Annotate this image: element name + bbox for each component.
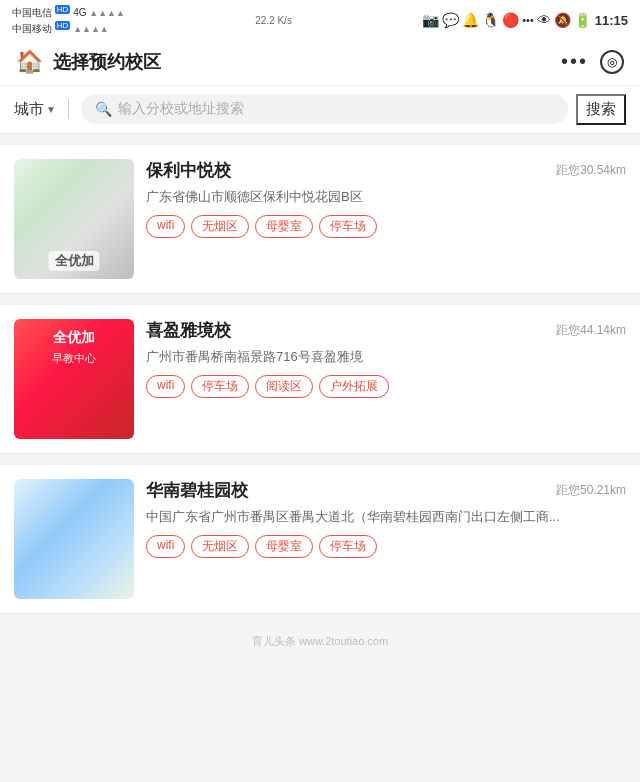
carrier1-tag: HD: [55, 5, 71, 14]
school-distance: 距您44.14km: [556, 322, 626, 339]
school-name-row: 喜盈雅境校 距您44.14km: [146, 319, 626, 342]
search-bar: 城市 ▼ 🔍 输入分校或地址搜索 搜索: [0, 86, 640, 134]
school-info: 保利中悦校 距您30.54km 广东省佛山市顺德区保利中悦花园B区 wifi 无…: [146, 159, 626, 279]
school-tags: wifi 停车场 阅读区 户外拓展: [146, 375, 626, 398]
header-actions: ••• ◎: [561, 50, 624, 74]
school-image: [14, 319, 134, 439]
school-image: [14, 159, 134, 279]
alarm-icon: 🔕: [554, 12, 571, 28]
school-tags: wifi 无烟区 母婴室 停车场: [146, 535, 626, 558]
tag-parking: 停车场: [319, 535, 377, 558]
tag-wifi: wifi: [146, 535, 185, 558]
network-signal: ▲▲▲▲: [89, 8, 125, 18]
icons-row: 📷 💬 🔔 🐧 🔴 ••• 👁 🔕 🔋: [422, 12, 591, 28]
clock: 11:15: [595, 13, 628, 28]
city-selector[interactable]: 城市 ▼: [14, 100, 56, 119]
tag-parking: 停车场: [191, 375, 249, 398]
search-placeholder: 输入分校或地址搜索: [118, 100, 244, 118]
footer-brand: 育儿头条 www.2toutiao.com: [0, 624, 640, 659]
carrier1: 中国电信 HD 4G ▲▲▲▲: [12, 4, 125, 20]
tag-parking: 停车场: [319, 215, 377, 238]
school-address: 广东省佛山市顺德区保利中悦花园B区: [146, 187, 626, 207]
school-name: 保利中悦校: [146, 159, 231, 182]
scan-button[interactable]: ◎: [600, 50, 624, 74]
tag-babyroom: 母婴室: [255, 215, 313, 238]
eye-icon: 👁: [537, 12, 551, 28]
tag-wifi: wifi: [146, 375, 185, 398]
status-right: 📷 💬 🔔 🐧 🔴 ••• 👁 🔕 🔋 11:15: [422, 12, 628, 28]
school-name-row: 保利中悦校 距您30.54km: [146, 159, 626, 182]
school-address: 广州市番禺桥南福景路716号喜盈雅境: [146, 347, 626, 367]
page-title: 选择预约校区: [53, 50, 551, 74]
app-icon1: 📷: [422, 12, 439, 28]
school-name: 喜盈雅境校: [146, 319, 231, 342]
tag-reading: 阅读区: [255, 375, 313, 398]
tag-nosmoking: 无烟区: [191, 535, 249, 558]
city-arrow-icon: ▼: [46, 104, 56, 115]
school-list: 保利中悦校 距您30.54km 广东省佛山市顺德区保利中悦花园B区 wifi 无…: [0, 134, 640, 624]
more-icon: •••: [522, 14, 534, 26]
scan-icon: ◎: [607, 55, 617, 69]
app-icon4: 🔴: [502, 12, 519, 28]
search-button[interactable]: 搜索: [576, 94, 626, 125]
status-bar: 中国电信 HD 4G ▲▲▲▲ 中国移动 HD ▲▲▲▲ 22.2 K/s 📷 …: [0, 0, 640, 39]
school-distance: 距您30.54km: [556, 162, 626, 179]
school-address: 中国广东省广州市番禺区番禺大道北（华南碧桂园西南门出口左侧工商...: [146, 507, 626, 527]
school-tags: wifi 无烟区 母婴室 停车场: [146, 215, 626, 238]
school-info: 喜盈雅境校 距您44.14km 广州市番禺桥南福景路716号喜盈雅境 wifi …: [146, 319, 626, 439]
carrier2-tag: HD: [55, 21, 71, 30]
carrier2: 中国移动 HD ▲▲▲▲: [12, 20, 125, 36]
app-icon2: 💬: [442, 12, 459, 28]
tag-nosmoking: 无烟区: [191, 215, 249, 238]
city-label: 城市: [14, 100, 44, 119]
header: 🏠 选择预约校区 ••• ◎: [0, 39, 640, 86]
carrier-info: 中国电信 HD 4G ▲▲▲▲ 中国移动 HD ▲▲▲▲: [12, 4, 125, 37]
network-speed: 22.2 K/s: [255, 15, 292, 26]
more-options-button[interactable]: •••: [561, 50, 588, 73]
tag-wifi: wifi: [146, 215, 185, 238]
search-input-container[interactable]: 🔍 输入分校或地址搜索: [81, 94, 568, 124]
school-name: 华南碧桂园校: [146, 479, 248, 502]
home-icon[interactable]: 🏠: [16, 49, 43, 75]
divider: [68, 99, 69, 119]
tag-outdoor: 户外拓展: [319, 375, 389, 398]
tag-babyroom: 母婴室: [255, 535, 313, 558]
school-info: 华南碧桂园校 距您50.21km 中国广东省广州市番禺区番禺大道北（华南碧桂园西…: [146, 479, 626, 599]
school-card[interactable]: 保利中悦校 距您30.54km 广东省佛山市顺德区保利中悦花园B区 wifi 无…: [0, 144, 640, 294]
search-icon: 🔍: [95, 101, 112, 117]
app-icon3: 🐧: [482, 12, 499, 28]
school-distance: 距您50.21km: [556, 482, 626, 499]
school-image: [14, 479, 134, 599]
network-signal2: ▲▲▲▲: [73, 25, 109, 35]
bell-icon: 🔔: [462, 12, 479, 28]
school-card[interactable]: 喜盈雅境校 距您44.14km 广州市番禺桥南福景路716号喜盈雅境 wifi …: [0, 304, 640, 454]
network-type: 4G: [73, 7, 86, 18]
battery-icon: 🔋: [574, 12, 591, 28]
school-name-row: 华南碧桂园校 距您50.21km: [146, 479, 626, 502]
school-card[interactable]: 华南碧桂园校 距您50.21km 中国广东省广州市番禺区番禺大道北（华南碧桂园西…: [0, 464, 640, 614]
